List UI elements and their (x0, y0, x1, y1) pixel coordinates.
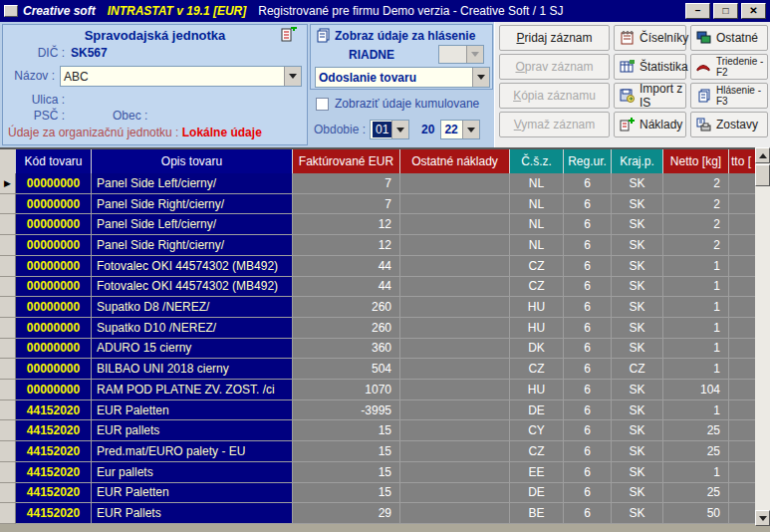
header-reg-ur[interactable]: Reg.ur. (564, 149, 612, 173)
cell-csz: DK (510, 339, 564, 360)
sort-label: Triedenie - F2 (716, 56, 767, 78)
cumulative-checkbox[interactable] (316, 98, 329, 111)
year-combobox[interactable]: 22 (440, 120, 480, 139)
header-netto-kg[interactable]: Netto [kg] (663, 149, 729, 173)
table-row[interactable]: 44152020 Pred.mat/EURO palety - EU 15 CZ… (0, 441, 755, 462)
table-row[interactable]: 00000000 ADURO 15 cierny 360 DK 6 SK 1 (0, 339, 755, 360)
row-selector[interactable] (0, 380, 16, 400)
sort-button[interactable]: Triedenie - F2 (690, 54, 768, 80)
header-opis-tovaru[interactable]: Opis tovaru (92, 149, 293, 173)
costs-button[interactable]: Náklady (614, 112, 686, 137)
row-selector[interactable] (0, 318, 16, 339)
report-f3-button[interactable]: Hlásenie - F3 (690, 83, 768, 109)
cell-country: SK (612, 297, 663, 318)
maximize-button[interactable]: □ (713, 3, 738, 19)
other-button[interactable]: Ostatné (690, 25, 768, 51)
table-row[interactable]: 00000000 Panel Side Right/cierny/ 12 NL … (0, 235, 755, 256)
table-row[interactable]: 44152020 EUR pallets 15 CY 6 SK 25 (0, 420, 755, 441)
row-selector[interactable] (0, 214, 16, 235)
cell-netto-kg: 1 (663, 339, 729, 360)
cell-description: EUR Pallets (92, 503, 293, 524)
table-row[interactable]: 00000000 BILBAO UNI 2018 cierny 504 CZ 6… (0, 359, 755, 380)
row-selector[interactable] (0, 194, 16, 215)
cell-netto-kg: 25 (663, 441, 729, 462)
app-icon (4, 5, 18, 17)
scroll-up-icon[interactable] (755, 147, 770, 163)
header-kod-tovaru[interactable]: Kód tovaru (16, 149, 92, 173)
cell-other-costs (400, 235, 510, 256)
row-selector[interactable] (0, 462, 16, 483)
cell-csz: BE (510, 503, 564, 524)
cell-code: 00000000 (16, 339, 92, 360)
direction-combobox[interactable]: Odoslanie tovaru (315, 67, 490, 88)
cell-invoiced-eur: 15 (293, 441, 400, 462)
row-selector[interactable] (0, 441, 16, 462)
header-brutto-partial[interactable]: tto [ (729, 149, 755, 173)
scrollbar-thumb[interactable] (755, 164, 770, 186)
import-label: Import z IS (640, 82, 685, 110)
row-selector[interactable] (0, 277, 16, 298)
row-selector[interactable] (0, 420, 16, 441)
minimize-button[interactable]: – (685, 3, 710, 19)
row-selector[interactable] (0, 235, 16, 256)
chevron-down-icon[interactable] (391, 121, 408, 138)
table-row[interactable]: 44152020 Eur pallets 15 EE 6 SK 1 (0, 462, 755, 483)
row-selector[interactable] (0, 339, 16, 360)
cell-description: Panel Side Left/cierny/ (92, 214, 293, 235)
table-icon (620, 60, 635, 74)
vertical-scrollbar[interactable] (755, 147, 770, 526)
table-row[interactable]: 44152020 EUR Pallets 29 BE 6 SK 50 (0, 503, 755, 524)
row-selector[interactable] (0, 483, 16, 504)
cell-brutto (729, 297, 755, 318)
row-selector[interactable] (0, 297, 16, 318)
other-label: Ostatné (716, 31, 758, 45)
table-row[interactable]: 00000000 Fotovalec OKI 44574302 (MB492) … (0, 256, 755, 277)
table-row[interactable]: 00000000 Fotovalec OKI 44574302 (MB492) … (0, 277, 755, 298)
row-selector[interactable] (0, 503, 16, 524)
cell-csz: CY (510, 420, 564, 441)
header-csz[interactable]: Č.š.z. (510, 149, 564, 173)
cell-country: SK (612, 441, 663, 462)
header-fakturovane-eur[interactable]: Faktúrované EUR (293, 149, 400, 173)
org-note-prefix: Údaje za organizačnú jednotku : (8, 126, 182, 139)
table-row[interactable]: 00000000 RAM POD PLATNE ZV. ZOST. /ci 10… (0, 380, 755, 400)
doc-plus-icon[interactable] (281, 27, 297, 42)
notebook-icon (620, 31, 635, 45)
row-selector[interactable] (0, 256, 16, 277)
copy-record-button: Kópia záznamu (499, 83, 610, 109)
cell-reg-ur: 6 (564, 359, 612, 380)
cell-country: CZ (612, 359, 663, 380)
table-row[interactable]: 00000000 Supatko D8 /NEREZ/ 260 HU 6 SK … (0, 297, 755, 318)
reports-button[interactable]: Zostavy (690, 112, 768, 137)
row-selector[interactable]: ▶ (0, 173, 16, 194)
add-record-button[interactable]: Pridaj záznam (499, 25, 610, 51)
table-row[interactable]: 00000000 Panel Side Right/cierny/ 7 NL 6… (0, 194, 755, 215)
sort-icon (696, 60, 711, 74)
table-row[interactable]: 00000000 Panel Side Left/cierny/ 12 NL 6… (0, 214, 755, 235)
scroll-down-icon[interactable] (755, 510, 770, 526)
close-button[interactable]: ✕ (741, 3, 766, 19)
row-selector[interactable] (0, 359, 16, 380)
cell-country: SK (612, 173, 663, 194)
header-ostatne-naklady[interactable]: Ostatné náklady (400, 149, 510, 173)
chevron-down-icon[interactable] (284, 67, 301, 86)
cell-invoiced-eur: 7 (293, 173, 400, 194)
cell-description: Fotovalec OKI 44574302 (MB492) (92, 256, 293, 277)
table-row[interactable]: ▶ 00000000 Panel Side Left/cierny/ 7 NL … (0, 173, 755, 194)
table-row[interactable]: 44152020 EUR Paletten -3995 DE 6 SK 1 (0, 400, 755, 421)
codebooks-button[interactable]: Číselníky (614, 25, 686, 51)
chevron-down-icon[interactable] (462, 121, 479, 138)
cell-invoiced-eur: 1070 (293, 380, 400, 400)
report-filter-title: Zobraz údaje za hlásenie (335, 29, 475, 43)
row-selector[interactable] (0, 400, 16, 421)
header-kraj-p[interactable]: Kraj.p. (612, 149, 663, 173)
month-combobox[interactable]: 01 (370, 120, 409, 139)
import-button[interactable]: Import z IS (614, 83, 686, 109)
table-row[interactable]: 00000000 Supatko D10 /NEREZ/ 260 HU 6 SK… (0, 318, 755, 339)
chevron-down-icon[interactable] (472, 68, 489, 87)
nazov-combobox[interactable]: ABC (60, 66, 302, 87)
cell-description: Panel Side Left/cierny/ (92, 173, 293, 194)
table-row[interactable]: 44152020 EUR Paletten 15 DE 6 SK 25 (0, 483, 755, 504)
statistics-button[interactable]: Štatistika (614, 54, 686, 80)
cell-country: SK (612, 194, 663, 215)
